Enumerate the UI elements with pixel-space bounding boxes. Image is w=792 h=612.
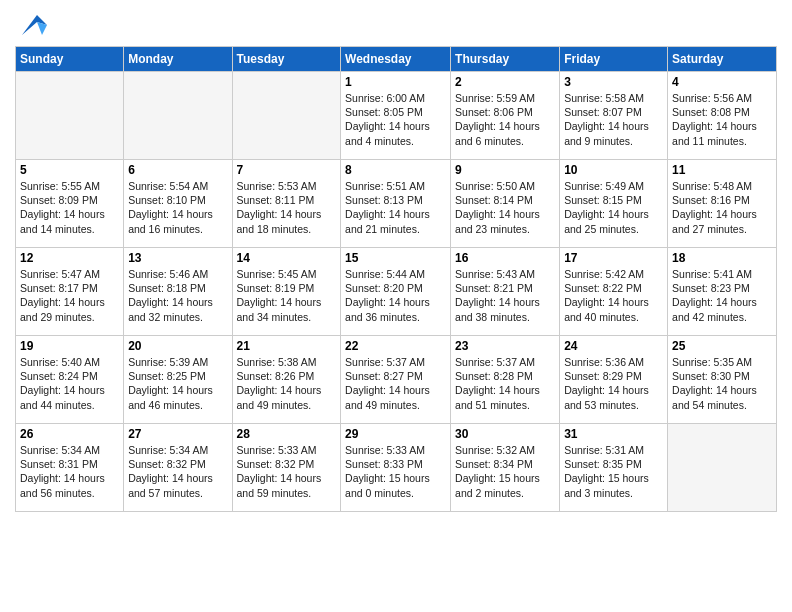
calendar-cell: 18Sunrise: 5:41 AMSunset: 8:23 PMDayligh… — [668, 248, 777, 336]
calendar-cell: 13Sunrise: 5:46 AMSunset: 8:18 PMDayligh… — [124, 248, 232, 336]
day-info: Sunrise: 5:53 AMSunset: 8:11 PMDaylight:… — [237, 179, 337, 236]
calendar-cell: 20Sunrise: 5:39 AMSunset: 8:25 PMDayligh… — [124, 336, 232, 424]
weekday-header-row: SundayMondayTuesdayWednesdayThursdayFrid… — [16, 47, 777, 72]
header-row — [15, 10, 777, 40]
day-info: Sunrise: 5:33 AMSunset: 8:33 PMDaylight:… — [345, 443, 446, 500]
calendar-cell: 25Sunrise: 5:35 AMSunset: 8:30 PMDayligh… — [668, 336, 777, 424]
day-number: 10 — [564, 163, 663, 177]
day-info: Sunrise: 5:43 AMSunset: 8:21 PMDaylight:… — [455, 267, 555, 324]
day-info: Sunrise: 5:47 AMSunset: 8:17 PMDaylight:… — [20, 267, 119, 324]
calendar-cell: 29Sunrise: 5:33 AMSunset: 8:33 PMDayligh… — [341, 424, 451, 512]
calendar-cell: 28Sunrise: 5:33 AMSunset: 8:32 PMDayligh… — [232, 424, 341, 512]
day-info: Sunrise: 5:38 AMSunset: 8:26 PMDaylight:… — [237, 355, 337, 412]
day-info: Sunrise: 5:55 AMSunset: 8:09 PMDaylight:… — [20, 179, 119, 236]
calendar-table: SundayMondayTuesdayWednesdayThursdayFrid… — [15, 46, 777, 512]
calendar-week-1: 1Sunrise: 6:00 AMSunset: 8:05 PMDaylight… — [16, 72, 777, 160]
day-number: 19 — [20, 339, 119, 353]
day-info: Sunrise: 5:39 AMSunset: 8:25 PMDaylight:… — [128, 355, 227, 412]
day-number: 12 — [20, 251, 119, 265]
day-info: Sunrise: 6:00 AMSunset: 8:05 PMDaylight:… — [345, 91, 446, 148]
calendar-week-2: 5Sunrise: 5:55 AMSunset: 8:09 PMDaylight… — [16, 160, 777, 248]
calendar-cell: 8Sunrise: 5:51 AMSunset: 8:13 PMDaylight… — [341, 160, 451, 248]
calendar-cell: 4Sunrise: 5:56 AMSunset: 8:08 PMDaylight… — [668, 72, 777, 160]
logo — [15, 10, 47, 40]
calendar-cell: 31Sunrise: 5:31 AMSunset: 8:35 PMDayligh… — [560, 424, 668, 512]
calendar-cell: 10Sunrise: 5:49 AMSunset: 8:15 PMDayligh… — [560, 160, 668, 248]
day-number: 13 — [128, 251, 227, 265]
calendar-cell: 26Sunrise: 5:34 AMSunset: 8:31 PMDayligh… — [16, 424, 124, 512]
calendar-cell — [232, 72, 341, 160]
day-info: Sunrise: 5:41 AMSunset: 8:23 PMDaylight:… — [672, 267, 772, 324]
day-info: Sunrise: 5:33 AMSunset: 8:32 PMDaylight:… — [237, 443, 337, 500]
day-number: 20 — [128, 339, 227, 353]
weekday-header-wednesday: Wednesday — [341, 47, 451, 72]
day-number: 24 — [564, 339, 663, 353]
day-info: Sunrise: 5:36 AMSunset: 8:29 PMDaylight:… — [564, 355, 663, 412]
day-number: 18 — [672, 251, 772, 265]
day-info: Sunrise: 5:46 AMSunset: 8:18 PMDaylight:… — [128, 267, 227, 324]
day-number: 27 — [128, 427, 227, 441]
calendar-cell: 2Sunrise: 5:59 AMSunset: 8:06 PMDaylight… — [451, 72, 560, 160]
day-info: Sunrise: 5:45 AMSunset: 8:19 PMDaylight:… — [237, 267, 337, 324]
calendar-cell — [16, 72, 124, 160]
day-info: Sunrise: 5:40 AMSunset: 8:24 PMDaylight:… — [20, 355, 119, 412]
day-number: 28 — [237, 427, 337, 441]
day-info: Sunrise: 5:44 AMSunset: 8:20 PMDaylight:… — [345, 267, 446, 324]
calendar-cell: 9Sunrise: 5:50 AMSunset: 8:14 PMDaylight… — [451, 160, 560, 248]
day-number: 7 — [237, 163, 337, 177]
day-number: 5 — [20, 163, 119, 177]
calendar-cell: 19Sunrise: 5:40 AMSunset: 8:24 PMDayligh… — [16, 336, 124, 424]
day-number: 30 — [455, 427, 555, 441]
weekday-header-sunday: Sunday — [16, 47, 124, 72]
weekday-header-thursday: Thursday — [451, 47, 560, 72]
day-info: Sunrise: 5:34 AMSunset: 8:31 PMDaylight:… — [20, 443, 119, 500]
day-info: Sunrise: 5:49 AMSunset: 8:15 PMDaylight:… — [564, 179, 663, 236]
logo-icon — [17, 10, 47, 40]
day-info: Sunrise: 5:58 AMSunset: 8:07 PMDaylight:… — [564, 91, 663, 148]
day-number: 17 — [564, 251, 663, 265]
calendar-cell: 14Sunrise: 5:45 AMSunset: 8:19 PMDayligh… — [232, 248, 341, 336]
day-number: 22 — [345, 339, 446, 353]
calendar-cell — [668, 424, 777, 512]
weekday-header-monday: Monday — [124, 47, 232, 72]
day-number: 16 — [455, 251, 555, 265]
day-info: Sunrise: 5:56 AMSunset: 8:08 PMDaylight:… — [672, 91, 772, 148]
day-info: Sunrise: 5:35 AMSunset: 8:30 PMDaylight:… — [672, 355, 772, 412]
day-info: Sunrise: 5:42 AMSunset: 8:22 PMDaylight:… — [564, 267, 663, 324]
calendar-cell: 12Sunrise: 5:47 AMSunset: 8:17 PMDayligh… — [16, 248, 124, 336]
calendar-cell: 16Sunrise: 5:43 AMSunset: 8:21 PMDayligh… — [451, 248, 560, 336]
calendar-cell: 15Sunrise: 5:44 AMSunset: 8:20 PMDayligh… — [341, 248, 451, 336]
day-info: Sunrise: 5:48 AMSunset: 8:16 PMDaylight:… — [672, 179, 772, 236]
day-number: 21 — [237, 339, 337, 353]
weekday-header-tuesday: Tuesday — [232, 47, 341, 72]
day-info: Sunrise: 5:37 AMSunset: 8:28 PMDaylight:… — [455, 355, 555, 412]
day-number: 2 — [455, 75, 555, 89]
calendar-cell: 22Sunrise: 5:37 AMSunset: 8:27 PMDayligh… — [341, 336, 451, 424]
calendar-cell: 5Sunrise: 5:55 AMSunset: 8:09 PMDaylight… — [16, 160, 124, 248]
day-number: 9 — [455, 163, 555, 177]
day-number: 29 — [345, 427, 446, 441]
day-info: Sunrise: 5:31 AMSunset: 8:35 PMDaylight:… — [564, 443, 663, 500]
calendar-cell: 1Sunrise: 6:00 AMSunset: 8:05 PMDaylight… — [341, 72, 451, 160]
calendar-week-4: 19Sunrise: 5:40 AMSunset: 8:24 PMDayligh… — [16, 336, 777, 424]
main-container: SundayMondayTuesdayWednesdayThursdayFrid… — [0, 0, 792, 522]
calendar-cell: 6Sunrise: 5:54 AMSunset: 8:10 PMDaylight… — [124, 160, 232, 248]
calendar-week-5: 26Sunrise: 5:34 AMSunset: 8:31 PMDayligh… — [16, 424, 777, 512]
calendar-cell: 21Sunrise: 5:38 AMSunset: 8:26 PMDayligh… — [232, 336, 341, 424]
day-number: 15 — [345, 251, 446, 265]
day-number: 11 — [672, 163, 772, 177]
calendar-cell: 23Sunrise: 5:37 AMSunset: 8:28 PMDayligh… — [451, 336, 560, 424]
calendar-cell — [124, 72, 232, 160]
day-number: 31 — [564, 427, 663, 441]
calendar-week-3: 12Sunrise: 5:47 AMSunset: 8:17 PMDayligh… — [16, 248, 777, 336]
day-number: 3 — [564, 75, 663, 89]
day-number: 26 — [20, 427, 119, 441]
day-info: Sunrise: 5:37 AMSunset: 8:27 PMDaylight:… — [345, 355, 446, 412]
calendar-cell: 27Sunrise: 5:34 AMSunset: 8:32 PMDayligh… — [124, 424, 232, 512]
day-number: 8 — [345, 163, 446, 177]
weekday-header-saturday: Saturday — [668, 47, 777, 72]
calendar-cell: 17Sunrise: 5:42 AMSunset: 8:22 PMDayligh… — [560, 248, 668, 336]
calendar-cell: 3Sunrise: 5:58 AMSunset: 8:07 PMDaylight… — [560, 72, 668, 160]
weekday-header-friday: Friday — [560, 47, 668, 72]
day-number: 1 — [345, 75, 446, 89]
